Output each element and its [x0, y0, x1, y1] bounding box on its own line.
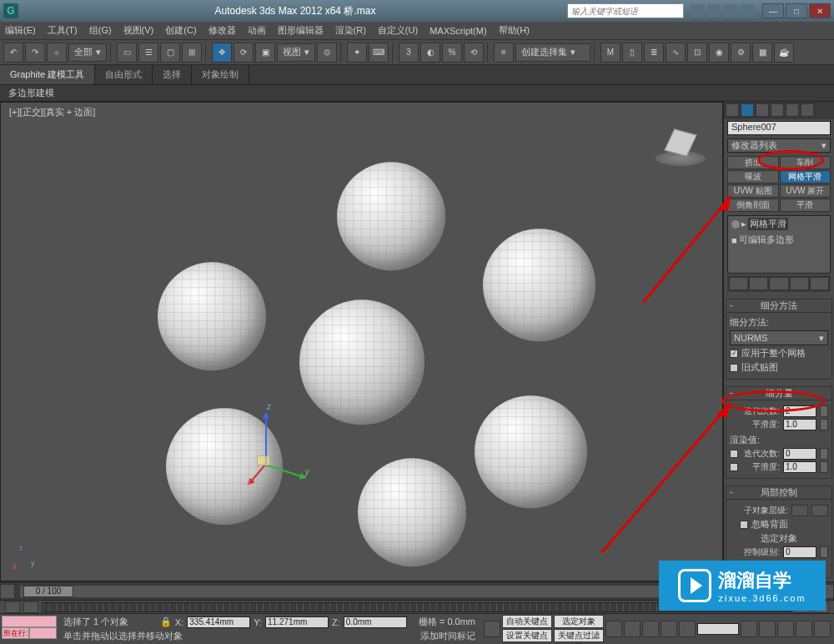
utilities-tab-icon[interactable] [801, 103, 814, 117]
move-button[interactable]: ✥ [212, 43, 232, 63]
redo-button[interactable]: ↷ [25, 43, 45, 63]
move-gizmo[interactable]: z y x [232, 447, 299, 514]
set-key-button[interactable]: 设置关键点 [502, 629, 552, 642]
viewport-nav-1[interactable] [759, 621, 776, 637]
time-config-button[interactable] [741, 621, 757, 637]
qmark-icon[interactable] [741, 4, 754, 18]
timeline-left-icon[interactable] [0, 584, 15, 599]
select-region-button[interactable]: ▢ [160, 43, 180, 63]
close-button[interactable]: ✕ [809, 3, 831, 18]
coord-y-field[interactable]: 11.271mm [265, 616, 329, 628]
control-level-spinner[interactable]: 0 [783, 546, 816, 558]
minimize-button[interactable]: — [762, 3, 784, 18]
viewcube[interactable] [656, 119, 706, 169]
auto-key-button[interactable]: 自动关键点 [502, 615, 552, 628]
render-smooth-spinner[interactable]: 1.0 [783, 461, 816, 473]
menu-create[interactable]: 创建(C) [165, 24, 196, 37]
lock-icon[interactable]: 🔒 [160, 616, 172, 627]
spinner-buttons[interactable] [820, 546, 828, 558]
preset-uvwunwrap[interactable]: UVW 展开 [780, 184, 831, 198]
ribbon-tab-graphite[interactable]: Graphite 建模工具 [0, 65, 95, 84]
next-frame-button[interactable] [661, 621, 677, 637]
pin-stack-button[interactable] [729, 277, 748, 290]
visibility-icon[interactable] [731, 220, 740, 229]
render-setup-button[interactable]: ⚙ [731, 43, 751, 63]
spinner-snap-button[interactable]: ⟲ [464, 43, 484, 63]
viewport-nav-4[interactable] [814, 621, 831, 637]
window-crossing-button[interactable]: ⊞ [182, 43, 202, 63]
configure-button[interactable] [810, 277, 829, 290]
old-map-checkbox[interactable] [730, 364, 738, 372]
show-end-button[interactable] [749, 277, 768, 290]
stack-item-meshsmooth[interactable]: ▸网格平滑 [728, 216, 830, 232]
sphere-6[interactable] [358, 458, 466, 566]
pivot-button[interactable]: ⊙ [317, 43, 337, 63]
rotate-button[interactable]: ⟳ [234, 43, 254, 63]
menu-edit[interactable]: 编辑(E) [5, 24, 36, 37]
rollout-header-2[interactable]: 细分量 [726, 387, 831, 400]
create-tab-icon[interactable] [726, 103, 739, 117]
preset-smooth[interactable]: 平滑 [780, 199, 831, 212]
schematic-button[interactable]: ⊡ [687, 43, 707, 63]
sphere-center[interactable] [299, 299, 425, 425]
key-icon[interactable] [484, 621, 500, 637]
subobj-edge-icon[interactable] [811, 505, 828, 516]
layers-button[interactable]: ≣ [644, 43, 664, 63]
render-iter-spinner[interactable]: 0 [783, 448, 816, 460]
preset-uvwmap[interactable]: UVW 贴图 [727, 184, 779, 198]
menu-maxscript[interactable]: MAXScript(M) [430, 26, 486, 36]
ribbon-tab-freeform[interactable]: 自由形式 [95, 65, 153, 84]
key-filter-button[interactable]: 关键点过滤器 [554, 629, 604, 642]
align-button[interactable]: ▯ [622, 43, 642, 63]
spinner-buttons[interactable] [820, 405, 828, 417]
viewport-label[interactable]: [+][正交][真实 + 边面] [9, 106, 95, 118]
preset-lathe[interactable]: 车削 [780, 156, 831, 169]
add-time-tag[interactable]: 添加时间标记 [420, 630, 475, 642]
material-button[interactable]: ◉ [709, 43, 729, 63]
menu-animation[interactable]: 动画 [248, 24, 266, 37]
sphere-3[interactable] [158, 262, 266, 370]
render-iter-checkbox[interactable] [730, 450, 738, 458]
key-target-dropdown[interactable]: 选定对象 [554, 615, 604, 628]
apply-mesh-checkbox[interactable]: ✓ [730, 350, 738, 358]
sphere-2[interactable] [483, 229, 595, 341]
manip-button[interactable]: ✦ [347, 43, 367, 63]
mirror-button[interactable]: M [600, 43, 620, 63]
ref-coord-dropdown[interactable]: 视图▾ [277, 43, 315, 62]
modify-tab-icon[interactable] [741, 103, 754, 117]
render-frame-button[interactable]: ▦ [752, 43, 772, 63]
display-tab-icon[interactable] [786, 103, 799, 117]
motion-tab-icon[interactable] [771, 103, 784, 117]
named-selection-dropdown[interactable]: 创建选择集▾ [515, 43, 590, 62]
script-line-field[interactable] [2, 616, 57, 627]
ignore-backface-checkbox[interactable] [740, 521, 748, 529]
select-name-button[interactable]: ☰ [138, 43, 158, 63]
maximize-button[interactable]: □ [786, 3, 807, 18]
subobj-vertex-icon[interactable] [791, 505, 808, 516]
unique-button[interactable] [769, 277, 788, 290]
trackbar-icon-1[interactable] [5, 601, 20, 613]
selection-filter[interactable]: 全部▾ [68, 43, 107, 62]
help-icon[interactable] [691, 4, 704, 18]
menu-help[interactable]: 帮助(H) [499, 24, 530, 37]
menu-view[interactable]: 视图(V) [123, 24, 154, 37]
menu-render[interactable]: 渲染(R) [335, 24, 366, 37]
render-smooth-checkbox[interactable] [730, 463, 738, 471]
preset-bevel[interactable]: 倒角剖面 [727, 199, 779, 212]
coord-z-field[interactable]: 0.0mm [344, 616, 407, 628]
script-val[interactable] [29, 627, 57, 639]
keymode-button[interactable]: ⌨ [369, 43, 389, 63]
help-search-input[interactable] [567, 3, 684, 18]
iterations-spinner[interactable]: 2 [783, 405, 816, 417]
ribbon-tab-objectpaint[interactable]: 对象绘制 [192, 65, 249, 84]
trackbar-icon-2[interactable] [23, 601, 38, 613]
spinner-buttons[interactable] [820, 419, 828, 430]
stack-item-editablepoly[interactable]: ■可编辑多边形 [728, 232, 830, 248]
prev-frame-button[interactable] [624, 621, 641, 637]
viewport[interactable]: [+][正交][真实 + 边面] z y x x y z [0, 102, 723, 581]
viewport-nav-2[interactable] [777, 621, 794, 637]
snap-button[interactable]: 3 [399, 43, 419, 63]
ribbon-tab-selection[interactable]: 选择 [153, 65, 192, 84]
menu-group[interactable]: 组(G) [89, 24, 112, 37]
goto-start-button[interactable] [605, 621, 622, 637]
